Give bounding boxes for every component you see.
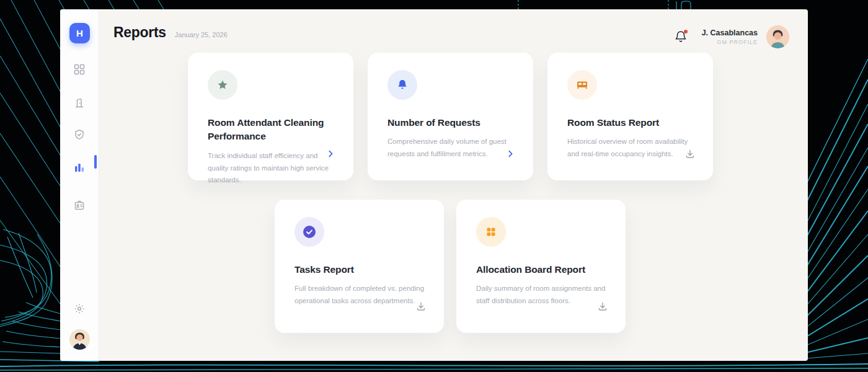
- app-logo[interactable]: H: [69, 23, 90, 43]
- download-report-button[interactable]: [684, 148, 696, 159]
- sidebar-item-settings[interactable]: [68, 298, 91, 320]
- report-card-room-attendant-cleaning-performance[interactable]: Room Attendant Cleaning Performance Trac…: [188, 53, 353, 180]
- sidebar-item-reports[interactable]: [68, 156, 91, 179]
- card-title: Room Attendant Cleaning Performance: [208, 116, 336, 144]
- report-card-room-status[interactable]: Room Status Report Historical overview o…: [547, 53, 713, 180]
- screen: H: [0, 0, 868, 372]
- open-report-button[interactable]: [505, 148, 516, 159]
- sidebar-item-dashboard[interactable]: [68, 58, 91, 81]
- card-description: Daily summary of room assignments and st…: [476, 283, 608, 308]
- bell-icon: [388, 70, 417, 100]
- download-report-button[interactable]: [597, 301, 608, 312]
- chevron-right-icon: [506, 149, 515, 158]
- card-title: Room Status Report: [567, 116, 696, 130]
- download-report-button[interactable]: [415, 301, 427, 312]
- grid-icon: [476, 217, 506, 247]
- gear-icon: [74, 303, 85, 314]
- card-title: Number of Requests: [388, 116, 516, 130]
- door-icon: [74, 97, 85, 108]
- card-description: Full breakdown of completed vs. pending …: [294, 283, 427, 308]
- card-title: Tasks Report: [294, 263, 427, 277]
- user-name: J. Casablancas: [702, 29, 758, 37]
- star-icon: [208, 70, 237, 100]
- id-badge-icon: [74, 200, 85, 211]
- active-nav-indicator: [94, 155, 97, 169]
- bed-icon: [567, 70, 597, 100]
- main-content: Reports January 25, 2026 J. Casablancas …: [99, 9, 808, 361]
- check-circle-icon: [294, 217, 324, 247]
- dashboard-grid-icon: [74, 64, 85, 75]
- shield-check-icon: [74, 129, 85, 140]
- report-card-allocation-board[interactable]: Allocation Board Report Daily summary of…: [456, 200, 626, 333]
- app-window: H: [60, 9, 808, 361]
- download-icon: [416, 301, 426, 311]
- sidebar-item-security[interactable]: [68, 123, 91, 146]
- open-report-button[interactable]: [325, 148, 336, 159]
- card-description: Comprehensive daily volume of guest requ…: [388, 136, 516, 161]
- user-profile[interactable]: J. Casablancas GM PROFILE: [702, 29, 758, 45]
- card-description: Historical overview of room availability…: [567, 136, 696, 161]
- card-description: Track individual staff efficiency and qu…: [208, 150, 336, 187]
- header-avatar-illustration: [766, 25, 789, 48]
- download-icon: [685, 149, 695, 159]
- card-title: Allocation Board Report: [476, 263, 608, 277]
- sidebar: H: [60, 9, 99, 361]
- page-header: Reports January 25, 2026 J. Casablancas …: [113, 24, 789, 48]
- bar-chart-icon: [74, 162, 85, 173]
- header-avatar[interactable]: [766, 25, 789, 48]
- chevron-right-icon: [326, 149, 335, 158]
- sidebar-avatar-illustration: [69, 329, 90, 350]
- report-card-tasks[interactable]: Tasks Report Full breakdown of completed…: [275, 200, 444, 333]
- sidebar-item-staff[interactable]: [68, 194, 91, 216]
- notifications-button[interactable]: [675, 30, 688, 45]
- sidebar-item-rooms[interactable]: [68, 92, 91, 114]
- page-date: January 25, 2026: [175, 31, 228, 38]
- notification-dot: [684, 30, 688, 33]
- report-card-number-of-requests[interactable]: Number of Requests Comprehensive daily v…: [368, 53, 533, 180]
- download-icon: [598, 301, 608, 311]
- user-role: GM PROFILE: [702, 39, 758, 45]
- sidebar-profile-avatar[interactable]: [69, 329, 90, 350]
- page-title: Reports: [113, 24, 166, 41]
